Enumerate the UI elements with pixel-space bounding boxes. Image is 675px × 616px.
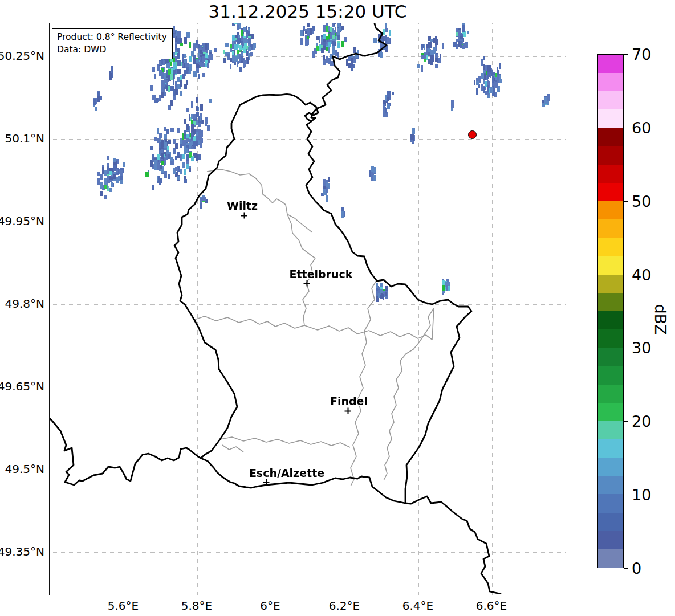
product-line: Product: 0.8° Reflectivity <box>57 31 167 44</box>
border-lux-west <box>174 99 251 458</box>
colorbar-tick-label: 0 <box>632 560 641 577</box>
colorbar-unit-label: dBZ <box>652 304 669 334</box>
city-label: Esch/Alzette <box>249 467 324 479</box>
map-plot-area: Product: 0.8° Reflectivity Data: DWD <box>49 23 566 595</box>
city-label: Wiltz <box>227 199 258 212</box>
product-info-box: Product: 0.8° Reflectivity Data: DWD <box>52 28 173 59</box>
colorbar-segment <box>598 549 623 568</box>
y-axis-tick-label: 49.95°N <box>0 214 44 228</box>
y-axis-tick-label: 49.35°N <box>0 545 44 558</box>
colorbar-tick-label: 70 <box>632 46 651 63</box>
colorbar-tick-label: 20 <box>632 413 651 430</box>
y-axis-tick-label: 49.5°N <box>5 462 45 476</box>
x-axis-tick-label: 6.6°E <box>476 599 507 613</box>
colorbar-segment <box>598 458 623 476</box>
district-borders <box>194 169 434 486</box>
x-axis-tick-label: 5.6°E <box>108 599 139 613</box>
city-label: Ettelbruck <box>290 268 353 280</box>
colorbar-segment <box>598 201 623 219</box>
y-axis-tick-label: 50.25°N <box>0 49 44 63</box>
colorbar-segment <box>598 311 623 329</box>
colorbar-segment <box>598 256 623 275</box>
colorbar-tick-label: 60 <box>632 119 651 136</box>
border-lux-north <box>251 94 318 121</box>
colorbar-segment <box>598 73 623 91</box>
colorbar-segment <box>598 366 623 384</box>
figure-title: 31.12.2025 15:20 UTC <box>49 1 566 22</box>
city-plus-marker <box>304 280 310 287</box>
data-source-line: Data: DWD <box>57 44 167 56</box>
radar-map-figure: 31.12.2025 15:20 UTC <box>0 0 675 616</box>
city-plus-marker <box>263 479 270 486</box>
country-borders-layer <box>50 23 564 594</box>
colorbar-segment <box>598 348 623 366</box>
colorbar-segment <box>598 109 623 128</box>
colorbar-segment <box>598 439 623 458</box>
border-lux-south <box>201 458 405 503</box>
colorbar-segment <box>598 513 623 531</box>
y-axis-tick-label: 50.1°N <box>5 132 45 145</box>
colorbar-segment <box>598 293 623 311</box>
colorbar-tick-mark <box>624 348 628 348</box>
colorbar-tick-mark <box>624 128 628 128</box>
city-label: Findel <box>330 395 368 407</box>
y-axis-tick-label: 49.65°N <box>0 380 44 393</box>
city-plus-marker <box>241 213 247 219</box>
colorbar-segment <box>598 219 623 238</box>
x-axis-tick-label: 5.8°E <box>181 599 212 613</box>
colorbar-segment <box>598 165 623 183</box>
colorbar-segment <box>598 128 623 146</box>
colorbar <box>597 54 624 568</box>
x-axis-tick-label: 6.4°E <box>402 599 433 613</box>
colorbar-segment <box>598 476 623 494</box>
colorbar-segment <box>598 385 623 403</box>
border-france-germany <box>405 496 501 594</box>
colorbar-segment <box>598 531 623 549</box>
colorbar-segment <box>598 91 623 109</box>
border-france-belgium <box>50 418 201 485</box>
x-axis-tick-label: 6.2°E <box>329 599 360 613</box>
colorbar-tick-mark <box>624 201 628 202</box>
colorbar-tick-mark <box>624 568 628 569</box>
colorbar-tick-label: 30 <box>632 339 651 357</box>
colorbar-segment <box>598 494 623 512</box>
radar-site-marker <box>468 130 477 139</box>
colorbar-segment <box>598 146 623 165</box>
colorbar-tick-label: 40 <box>632 266 651 283</box>
city-plus-marker <box>345 408 351 414</box>
border-belgium-germany <box>311 23 387 117</box>
colorbar-tick-label: 50 <box>632 192 651 210</box>
colorbar-tick-label: 10 <box>632 486 651 504</box>
colorbar-segment <box>598 55 623 73</box>
colorbar-segment <box>598 403 623 421</box>
colorbar-tick-mark <box>624 275 628 275</box>
colorbar-segment <box>598 329 623 348</box>
colorbar-segment <box>598 275 623 293</box>
colorbar-tick-mark <box>624 54 628 55</box>
y-axis-tick-label: 49.8°N <box>5 297 45 311</box>
colorbar-segment <box>598 421 623 439</box>
x-axis-tick-label: 6°E <box>260 599 280 613</box>
colorbar-segment <box>598 238 623 256</box>
colorbar-segment <box>598 183 623 201</box>
colorbar-tick-mark <box>624 421 628 422</box>
country-border-lines <box>50 23 501 594</box>
colorbar-tick-mark <box>624 495 628 495</box>
